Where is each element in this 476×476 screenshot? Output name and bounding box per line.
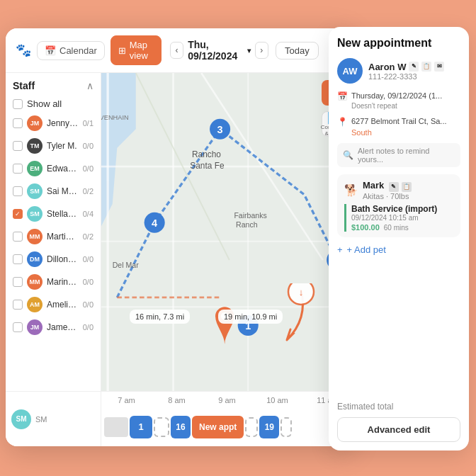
staff-checkbox-0[interactable]: [13, 118, 23, 128]
pet-name: Mark ✎ 📋: [363, 180, 412, 192]
address-detail-row: 📍 6277 Belmont Trail Ct, Sa... South: [337, 116, 460, 138]
tab-map-label: Map view: [130, 40, 154, 61]
staff-item[interactable]: DM Dillon M. 0/0: [6, 248, 101, 271]
staff-count-6: 0/0: [83, 255, 94, 264]
svg-text:3: 3: [217, 124, 223, 135]
add-pet-button[interactable]: + + Add pet: [337, 243, 460, 256]
time-8am: 8 am: [152, 396, 202, 404]
chevron-down-icon: ▾: [247, 47, 251, 55]
next-arrow[interactable]: ›: [255, 42, 268, 59]
staff-avatar-2: EM: [27, 161, 42, 176]
svg-text:Del Mar: Del Mar: [113, 261, 139, 269]
staff-avatar-1: TM: [27, 138, 42, 154]
time-9am: 9 am: [202, 396, 252, 404]
new-appt-button[interactable]: New appt: [192, 416, 244, 438]
staff-avatar-8: AM: [27, 297, 42, 312]
area-link[interactable]: South: [351, 128, 460, 138]
staff-item[interactable]: AM Amelia ... 0/0: [6, 293, 101, 316]
timeline-bar-gray-1: [104, 417, 128, 437]
main-window: 🐾 📅 Calendar ⊞ Map view ‹ Thu, 09/12/202…: [6, 28, 353, 446]
map-icon: ⊞: [118, 45, 126, 56]
staff-avatar-4: SM: [27, 206, 42, 222]
advanced-edit-button[interactable]: Advanced edit: [337, 417, 460, 442]
service-name: Bath Service (import): [351, 204, 453, 214]
mail-icon[interactable]: ✉: [434, 62, 444, 72]
phone-icon[interactable]: 📋: [421, 62, 431, 72]
timeline-hours: 7 am 8 am 9 am 10 am 11 am: [101, 392, 353, 404]
staff-name-5: Martin ...: [47, 232, 79, 242]
svg-text:Rancho: Rancho: [192, 149, 221, 159]
staff-avatar-3: SM: [27, 183, 42, 199]
today-button[interactable]: Today: [276, 42, 319, 60]
staff-item[interactable]: JM James ... 0/0: [6, 316, 101, 339]
timeline-bar-num-1[interactable]: 1: [130, 416, 152, 438]
pet-breed: Akitas · 70lbs: [363, 192, 412, 200]
collapse-icon[interactable]: ∧: [86, 80, 94, 91]
staff-name-3: Sai Moe...: [47, 186, 79, 196]
svg-text:Santa Fe: Santa Fe: [190, 161, 225, 171]
staff-item[interactable]: JM Jenny M. 0/1: [6, 112, 101, 135]
staff-name-9: James ...: [47, 322, 79, 332]
staff-checkbox-8[interactable]: [13, 300, 23, 310]
calendar-icon: 📅: [45, 45, 56, 56]
timeline-bar-num-2[interactable]: 16: [171, 416, 191, 438]
staff-checkbox-1[interactable]: [13, 141, 23, 151]
staff-item[interactable]: SM Sai Moe... 0/2: [6, 180, 101, 203]
staff-checkbox-6[interactable]: [13, 254, 23, 264]
nav-controls: ‹ Thu, 09/12/2024 ▾ › Today: [170, 39, 319, 62]
client-row: AW Aaron W ✎ 📋 ✉ 111-222-3333: [337, 58, 460, 84]
alert-placeholder: Alert notes to remind yours...: [358, 147, 455, 164]
staff-count-8: 0/0: [83, 300, 94, 309]
tab-calendar-label: Calendar: [60, 45, 97, 56]
staff-item[interactable]: TM Tyler M. 0/0: [6, 135, 101, 157]
staff-item[interactable]: MM Martin ... 0/2: [6, 225, 101, 248]
staff-checkbox-7[interactable]: [13, 277, 23, 287]
pet-notes-icon[interactable]: 📋: [402, 182, 412, 192]
plus-icon: +: [337, 244, 343, 255]
staff-checkbox-3[interactable]: [13, 186, 23, 196]
svg-text:4: 4: [152, 217, 157, 229]
alert-row[interactable]: 🔍 Alert notes to remind yours...: [337, 143, 460, 167]
timeline-avatar: SM: [11, 409, 31, 429]
staff-checkbox-4[interactable]: ✓: [13, 209, 23, 219]
service-row: Bath Service (import) 09/12/2024 10:15 a…: [344, 204, 453, 232]
timeline-bar-area: 1 16 New appt 19: [101, 410, 353, 443]
staff-name-6: Dillon M.: [47, 254, 79, 264]
staff-count-7: 0/0: [83, 278, 94, 286]
timeline-main: 7 am 8 am 9 am 10 am 11 am 1 16 New appt: [101, 392, 353, 446]
show-all-row[interactable]: Show all: [6, 96, 101, 112]
estimated-total-label: Estimated total: [337, 402, 460, 412]
map-area: Rancho Santa Fe Fairbanks Ranch Del Mar …: [101, 73, 353, 391]
staff-checkbox-9[interactable]: [13, 322, 23, 332]
staff-sidebar: Staff ∧ Show all JM Jenny M. 0/1 TM Tyle…: [6, 73, 101, 391]
date-detail-row: 📅 Thursday, 09/12/2024 (1... Doesn't rep…: [337, 91, 460, 111]
staff-count-0: 0/1: [83, 119, 94, 128]
staff-item[interactable]: MM Marina ... 0/0: [6, 271, 101, 293]
date-label[interactable]: Thu, 09/12/2024 ▾: [188, 39, 250, 62]
timeline-bar-num-3[interactable]: 19: [259, 416, 279, 438]
staff-item[interactable]: EM Edward ... 0/0: [6, 157, 101, 180]
staff-item[interactable]: ✓ SM Stella M. 0/4: [6, 203, 101, 225]
tab-calendar[interactable]: 📅 Calendar: [37, 41, 105, 60]
right-panel: New appointment AW Aaron W ✎ 📋 ✉ 111-222…: [329, 27, 469, 450]
pet-edit-icon[interactable]: ✎: [389, 182, 399, 192]
staff-checkbox-5[interactable]: [13, 232, 23, 242]
tab-map-view[interactable]: ⊞ Map view: [110, 35, 162, 65]
staff-count-4: 0/4: [83, 210, 94, 218]
staff-name-0: Jenny M.: [47, 118, 79, 128]
show-all-checkbox[interactable]: [13, 99, 23, 109]
window-header: 🐾 📅 Calendar ⊞ Map view ‹ Thu, 09/12/202…: [6, 28, 353, 73]
client-name: Aaron W ✎ 📋 ✉: [368, 62, 460, 72]
timeline-bar-dashed-1: [154, 417, 169, 437]
staff-checkbox-2[interactable]: [13, 164, 23, 174]
edit-icon[interactable]: ✎: [409, 62, 419, 72]
timeline-bar-dashed-3: [280, 417, 292, 437]
pet-info: Mark ✎ 📋 Akitas · 70lbs: [363, 180, 412, 200]
route-box-1: 16 min, 7.3 mi: [130, 310, 190, 324]
staff-name-2: Edward ...: [47, 164, 79, 174]
staff-count-1: 0/0: [83, 142, 94, 150]
show-all-label: Show all: [27, 98, 62, 109]
address-detail-text: 6277 Belmont Trail Ct, Sa... South: [351, 116, 460, 138]
prev-arrow[interactable]: ‹: [170, 42, 183, 59]
app-logo: 🐾: [16, 41, 31, 60]
